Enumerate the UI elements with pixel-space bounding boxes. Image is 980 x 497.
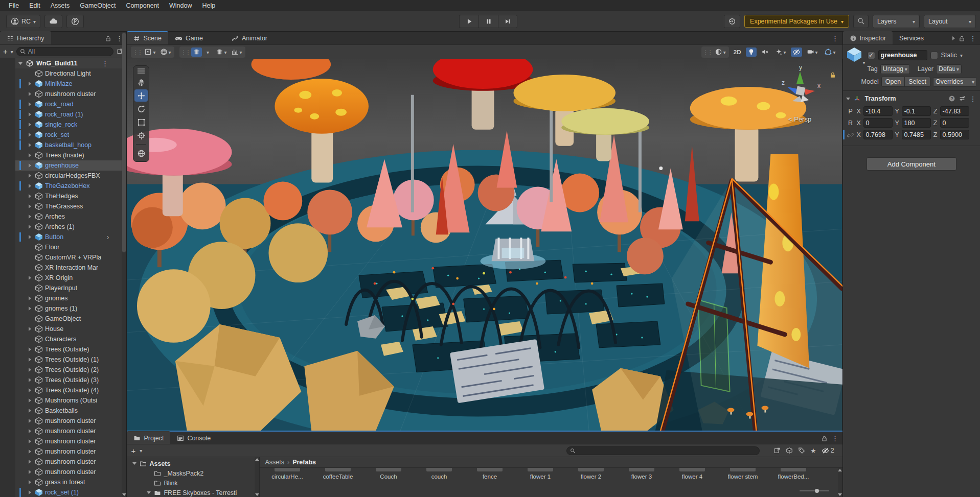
hierarchy-row[interactable]: Trees (Inside) › xyxy=(0,150,126,160)
hierarchy-row[interactable]: Basketballs › xyxy=(0,406,126,416)
open-in-new-icon[interactable] xyxy=(773,447,781,454)
expand-arrow[interactable] xyxy=(27,194,32,198)
add-component-button[interactable]: Add Component xyxy=(867,157,956,171)
axis-gizmo-icon[interactable]: y z x xyxy=(772,62,828,113)
rotation-x-field[interactable]: 0 xyxy=(863,118,893,128)
hierarchy-row[interactable]: mushroom cluster › xyxy=(0,436,126,446)
active-checkbox[interactable] xyxy=(868,52,875,59)
layers-dropdown[interactable]: Layers xyxy=(873,15,920,28)
expand-arrow[interactable] xyxy=(27,112,32,116)
hierarchy-row[interactable]: Trees (Outside) (2) › xyxy=(0,365,126,375)
hierarchy-row[interactable]: mushroom cluster › xyxy=(0,446,126,457)
tab-game[interactable]: Game xyxy=(168,31,210,44)
expand-arrow[interactable] xyxy=(27,460,32,464)
expand-arrow[interactable] xyxy=(27,204,32,208)
cloud-button[interactable] xyxy=(44,15,62,28)
hierarchy-row[interactable]: PlayerInput › xyxy=(0,283,126,293)
expand-arrow[interactable] xyxy=(27,235,32,239)
position-z-field[interactable]: -47.83 xyxy=(940,106,969,116)
rotate-tool-button[interactable] xyxy=(134,103,148,115)
tag-dropdown[interactable]: Untagged xyxy=(880,64,910,74)
hierarchy-row[interactable]: WnG_Build11 › xyxy=(0,58,126,68)
menu-item[interactable]: Assets xyxy=(46,1,75,10)
folder-row[interactable]: _MasksPack2 xyxy=(127,468,255,478)
hierarchy-row[interactable]: Trees (Outside) (1) › xyxy=(0,354,126,365)
perspective-label[interactable]: < Persp xyxy=(772,115,828,123)
project-search-input[interactable] xyxy=(578,447,756,454)
menu-item[interactable]: Component xyxy=(121,1,164,10)
create-caret-icon[interactable] xyxy=(140,447,142,454)
menu-item[interactable]: GameObject xyxy=(75,1,120,10)
tab-console[interactable]: Console xyxy=(170,431,217,444)
transform-tool-button[interactable] xyxy=(134,129,148,141)
position-y-field[interactable]: -0.1 xyxy=(902,106,931,116)
pause-button[interactable] xyxy=(478,15,498,28)
expand-arrow[interactable] xyxy=(27,153,32,157)
slider-track[interactable] xyxy=(800,490,829,491)
kebab-menu-icon[interactable] xyxy=(831,35,839,42)
hidden-packages-button[interactable]: 2 xyxy=(822,447,834,455)
expand-arrow[interactable] xyxy=(27,92,32,96)
prefab-item[interactable]: Couch xyxy=(363,468,414,480)
transform-header[interactable]: Transform xyxy=(843,92,980,105)
gizmos-dropdown[interactable] xyxy=(823,48,837,57)
package-icon[interactable] xyxy=(786,447,793,454)
expand-arrow[interactable] xyxy=(27,143,32,147)
overrides-dropdown[interactable]: Overrides xyxy=(933,77,977,87)
overlay-drag-handle[interactable] xyxy=(138,70,145,72)
hierarchy-row[interactable]: House › xyxy=(0,324,126,334)
kebab-menu-icon[interactable] xyxy=(101,60,109,67)
expand-arrow[interactable] xyxy=(27,174,32,178)
prefab-item[interactable]: coffeeTable xyxy=(312,468,363,480)
expand-arrow[interactable] xyxy=(27,163,32,168)
scale-x-field[interactable]: 0.7698 xyxy=(863,130,893,139)
scrollbar-thumb[interactable] xyxy=(122,33,126,252)
hierarchy-row[interactable]: TheGazeboHex › xyxy=(0,181,126,191)
kebab-menu-icon[interactable] xyxy=(969,95,977,103)
hierarchy-row[interactable]: mushroom cluster › xyxy=(0,426,126,436)
hierarchy-row[interactable]: XR Interaction Mar › xyxy=(0,263,126,273)
slider-knob[interactable] xyxy=(815,489,819,493)
expand-arrow[interactable] xyxy=(27,378,32,382)
hierarchy-row[interactable]: mushroom cluster › xyxy=(0,89,126,99)
position-x-field[interactable]: -10.4 xyxy=(863,106,893,116)
hierarchy-row[interactable]: Arches › xyxy=(0,211,126,222)
thumbnail-size-slider[interactable] xyxy=(800,488,829,493)
folder-row[interactable]: Assets xyxy=(127,459,255,468)
hierarchy-row[interactable]: CustomVR + VRPla › xyxy=(0,252,126,263)
hierarchy-row[interactable]: Characters › xyxy=(0,334,126,344)
scene-visibility-button[interactable] xyxy=(791,48,802,57)
hierarchy-scrollbar[interactable] xyxy=(122,32,126,497)
tab-services[interactable]: Services xyxy=(893,31,930,44)
expand-arrow[interactable] xyxy=(27,184,32,188)
hierarchy-row[interactable]: Directional Light › xyxy=(0,68,126,79)
drag-handle-icon[interactable] xyxy=(703,49,712,56)
hierarchy-row[interactable]: Trees (Outside) (3) › xyxy=(0,375,126,385)
scroll-down-arrow[interactable] xyxy=(255,493,259,496)
next-tab-arrow[interactable] xyxy=(952,36,955,40)
expand-arrow[interactable] xyxy=(27,276,32,280)
kebab-menu-icon[interactable] xyxy=(969,35,977,42)
grid-visibility-caret[interactable] xyxy=(203,48,213,57)
expand-arrow[interactable] xyxy=(27,133,32,137)
expand-arrow[interactable] xyxy=(27,225,32,229)
folder-row[interactable]: Blink xyxy=(127,478,255,488)
scroll-down-arrow[interactable] xyxy=(838,493,842,496)
expand-arrow[interactable] xyxy=(27,215,32,219)
favorites-star-icon[interactable]: ★ xyxy=(810,447,816,455)
scene-3d-render[interactable] xyxy=(127,59,842,431)
expand-arrow[interactable] xyxy=(27,439,32,443)
tab-project[interactable]: Project xyxy=(127,431,170,444)
hierarchy-row[interactable]: basketball_hoop › xyxy=(0,140,126,150)
snap-increment-dropdown[interactable] xyxy=(230,48,244,57)
prefab-icon-wrap[interactable] xyxy=(846,46,864,64)
expand-arrow[interactable] xyxy=(27,306,32,311)
hierarchy-row[interactable]: rock_road (1) › xyxy=(0,109,126,120)
hierarchy-row[interactable]: mushroom cluster › xyxy=(0,467,126,477)
menu-item[interactable]: File xyxy=(4,1,24,10)
create-caret-icon[interactable] xyxy=(11,48,13,55)
prefab-item[interactable]: fence xyxy=(464,468,515,480)
scale-y-field[interactable]: 0.7485 xyxy=(902,130,931,139)
help-icon[interactable] xyxy=(948,95,955,102)
expand-arrow[interactable] xyxy=(27,490,32,494)
